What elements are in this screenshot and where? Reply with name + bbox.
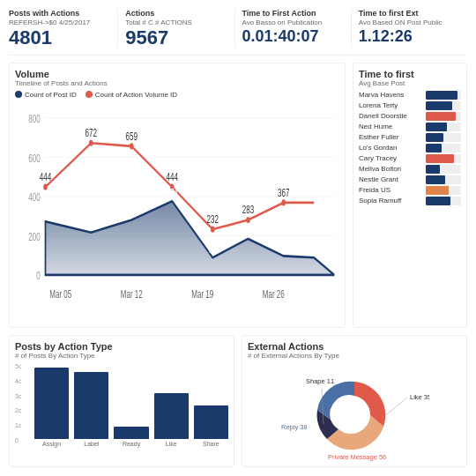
segment-like: [327, 415, 383, 450]
y-label-4c: 4c: [15, 378, 21, 384]
svg-text:400: 400: [28, 191, 41, 203]
bottom-row: Posts by Action Type # of Posts By Actio…: [9, 335, 467, 467]
svg-text:Mar 05: Mar 05: [49, 289, 71, 301]
bar-rect: [114, 427, 148, 439]
legend-dot-action: [86, 91, 93, 98]
ttf-person-name: Ned Hume: [359, 123, 426, 130]
y-label-2c: 2c: [15, 407, 21, 413]
ttf-row: Marva Havens: [359, 91, 461, 100]
volume-title: Volume: [15, 69, 339, 79]
svg-text:87: 87: [209, 243, 217, 255]
svg-text:374: 374: [167, 187, 179, 198]
svg-text:800: 800: [28, 113, 41, 124]
donut-chart-area: Like 35 Shape 11 Reply 38 Private Messag…: [248, 363, 461, 461]
donut-svg: Like 35 Shape 11 Reply 38 Private Messag…: [279, 364, 429, 461]
stat-actions-label: Actions: [125, 9, 227, 19]
svg-text:87: 87: [310, 243, 318, 255]
ttf-bar-container: [426, 112, 461, 121]
svg-text:227: 227: [86, 219, 98, 230]
time-first-section: Time to first Avg Base Post Marva Havens…: [353, 63, 467, 328]
ttf-row: Lo's Gordan: [359, 144, 461, 152]
ttf-bar-container: [426, 101, 461, 110]
ttf-bar: [426, 112, 456, 121]
bar-rect: [74, 372, 108, 439]
legend-dot-post: [15, 91, 22, 98]
ttf-bar: [426, 91, 457, 100]
stat-tfe-value: 1.12:26: [359, 28, 460, 44]
shape-label: Shape 11: [306, 377, 334, 385]
donut-title: External Actions: [248, 341, 461, 352]
ttf-subtitle: Avg Base Post: [359, 79, 461, 87]
volume-legend: Count of Post ID Count of Action Volume …: [15, 91, 339, 99]
ttf-person-name: Nestle Grant: [359, 175, 426, 183]
stat-actions-sublabel: Total # C # ACTIONS: [125, 19, 227, 26]
bar-group: Share: [194, 363, 228, 447]
stat-posts-value: 4801: [9, 28, 110, 48]
legend-post-id: Count of Post ID: [15, 91, 77, 99]
bar-rect: [34, 368, 69, 439]
ttf-bar: [426, 175, 445, 184]
ttf-bar-container: [426, 133, 461, 142]
donut-section: External Actions # of External Actions B…: [242, 335, 467, 467]
bar-rect: [194, 405, 228, 439]
ttf-list: Marva Havens Lorena Terty Danell Doorstl…: [359, 91, 461, 205]
ttf-bar-container: [426, 175, 461, 184]
svg-point-17: [281, 199, 286, 205]
like-label: Like 35: [410, 393, 429, 401]
legend-label-post: Count of Post ID: [25, 91, 77, 99]
ttf-row: Ned Hume: [359, 123, 461, 131]
volume-section: Volume Timeline of Posts and Actions Cou…: [9, 63, 346, 328]
bar-x-label: Ready: [123, 441, 140, 447]
svg-text:232: 232: [207, 213, 219, 225]
svg-text:278: 278: [126, 205, 138, 217]
stat-tfa-label: Time to First Action: [242, 9, 344, 19]
svg-point-11: [43, 183, 48, 190]
stat-time-first-ext: Time to first Ext Avo Based ON Post Publ…: [359, 9, 467, 48]
bar-x-label: Label: [84, 441, 99, 447]
stats-row: Posts with Actions REFERSH->$0 4/25/2017…: [9, 9, 467, 56]
bar-y-axis: 5c 4c 3c 2c 1c 0: [15, 363, 21, 443]
stat-time-first-action: Time to First Action Avo Basso on Public…: [242, 9, 352, 48]
ttf-row: Mellva Bolton: [359, 165, 461, 174]
dashboard: Posts with Actions REFERSH->$0 4/25/2017…: [0, 0, 476, 476]
ttf-row: Freida US: [359, 186, 461, 195]
ttf-bar: [426, 197, 450, 205]
stat-tfa-sublabel: Avo Basso on Publication: [242, 19, 344, 26]
stat-actions-value: 9567: [125, 28, 227, 48]
bar-group: Like: [154, 363, 189, 447]
ttf-row: Lorena Terty: [359, 101, 461, 110]
ttf-title: Time to first: [359, 69, 461, 79]
svg-text:94: 94: [279, 242, 287, 253]
ttf-bar: [426, 123, 447, 131]
stat-posts-label: Posts with Actions: [9, 9, 110, 19]
svg-text:659: 659: [126, 130, 138, 142]
svg-text:0: 0: [36, 270, 41, 281]
svg-text:672: 672: [86, 127, 98, 138]
bar-chart-area: 5c 4c 3c 2c 1c 0 AssignLabelReadyLikeSha…: [15, 363, 228, 461]
donut-subtitle: # of External Actions By Type: [248, 352, 461, 360]
volume-subtitle: Timeline of Posts and Actions: [15, 79, 339, 87]
legend-action-vol: Count of Action Volume ID: [86, 91, 177, 99]
reply-label: Reply 38: [281, 423, 308, 431]
ttf-row: Esther Fuller: [359, 133, 461, 142]
ttf-row: Nestle Grant: [359, 175, 461, 184]
bars-container: AssignLabelReadyLikeShare: [34, 363, 228, 461]
ttf-bar-container: [426, 154, 461, 163]
ttf-person-name: Danell Doorstle: [359, 112, 426, 120]
y-label-3c: 3c: [15, 393, 21, 399]
ttf-bar: [426, 144, 442, 152]
svg-text:283: 283: [242, 204, 255, 215]
svg-text:200: 200: [28, 231, 41, 242]
stat-tfe-sublabel: Avo Based ON Post Public: [359, 19, 460, 26]
ttf-bar-container: [426, 91, 461, 100]
ttf-bar-container: [426, 123, 461, 131]
volume-chart-svg: 800 600 400 200 0: [15, 102, 339, 322]
svg-marker-10: [46, 201, 335, 275]
ttf-person-name: Mellva Bolton: [359, 165, 426, 173]
svg-text:Mar 12: Mar 12: [121, 289, 143, 301]
bar-rect: [154, 393, 189, 439]
y-label-5c: 5c: [15, 363, 21, 369]
stat-posts-sublabel: REFERSH->$0 4/25/2017: [9, 19, 110, 26]
ttf-row: Sopia Ramuff: [359, 197, 461, 205]
svg-point-15: [211, 226, 215, 232]
